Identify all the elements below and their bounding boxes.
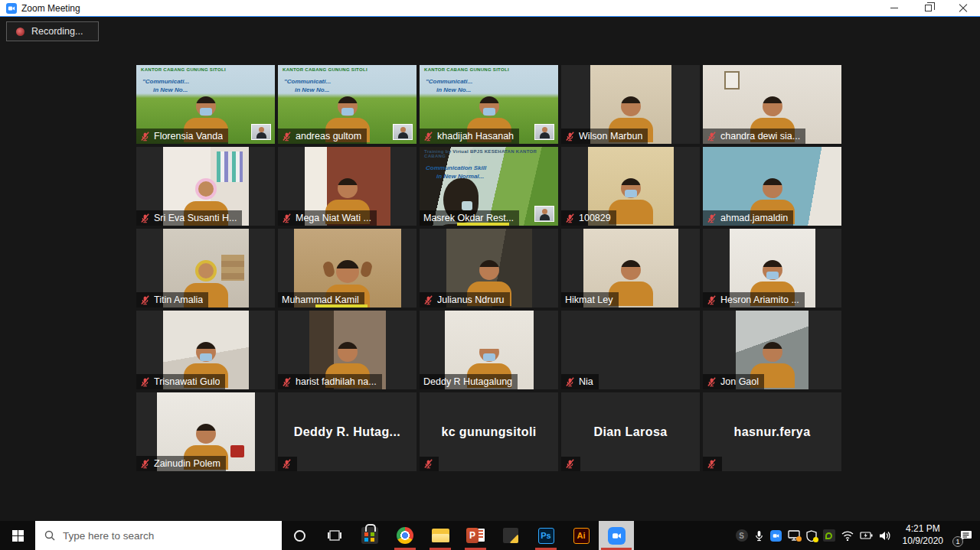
participant-tile[interactable]: Nia	[561, 311, 700, 389]
virtual-background-header: KANTOR CABANG GUNUNG SITOLI	[136, 65, 275, 72]
participant-name: Sri Eva Susanti H...	[154, 213, 237, 223]
minimize-button[interactable]	[877, 0, 911, 16]
virtual-background-line1: "Communicati...	[142, 78, 275, 85]
participant-tile[interactable]: chandra dewi sia...	[703, 65, 841, 144]
participant-tile[interactable]: Wilson Marbun	[561, 65, 700, 144]
chrome-button[interactable]	[387, 521, 423, 550]
participant-name-label: ahmad.jamaldin	[703, 210, 793, 226]
microsoft-store-button[interactable]	[352, 521, 387, 550]
search-input[interactable]	[63, 530, 254, 542]
muted-mic-icon	[707, 295, 717, 305]
participant-tile[interactable]: KANTOR CABANG GUNUNG SITOLI "Communicati…	[278, 65, 416, 144]
participant-tile[interactable]: Titin Amalia	[136, 229, 275, 308]
recording-dot-icon	[16, 28, 24, 36]
participant-tile[interactable]: Mega Niat Wati ...	[278, 147, 416, 226]
participant-tile[interactable]: Jon Gaol	[703, 311, 841, 389]
figure-head	[763, 96, 782, 116]
figure-head	[195, 260, 217, 282]
participant-name-label: Zainudin Polem	[136, 456, 226, 471]
taskbar-clock[interactable]: 4:21 PM 10/9/2020	[897, 521, 949, 550]
muted-mic-icon	[707, 132, 717, 142]
participant-tile[interactable]: Sri Eva Susanti H...	[136, 147, 275, 226]
microphone-tray-icon[interactable]	[754, 530, 764, 542]
participant-tile[interactable]: kc gunungsitoli	[420, 392, 558, 471]
zoom-app-button[interactable]	[599, 521, 634, 550]
virtual-background-header: KANTOR CABANG GUNUNG SITOLI	[278, 65, 416, 72]
muted-mic-icon	[707, 377, 717, 387]
participant-name-label: khadijah Hasanah	[420, 129, 519, 144]
close-button[interactable]	[946, 0, 980, 16]
presenter-pip-video	[534, 206, 554, 222]
skype-tray-icon[interactable]: S	[736, 529, 748, 542]
participant-tile[interactable]: Muhammad Kamil	[278, 229, 416, 308]
participant-name: Deddy R Hutagalung	[423, 376, 512, 387]
recording-indicator[interactable]: Recording...	[6, 21, 99, 41]
face-mask	[483, 353, 495, 361]
notification-badge: 1	[952, 536, 963, 547]
chrome-icon	[397, 527, 413, 544]
pip-figure-head	[542, 127, 547, 132]
notes-app-button[interactable]	[493, 521, 528, 550]
participant-name: andreas gultom	[296, 131, 361, 142]
participant-name-label: Wilson Marbun	[561, 129, 648, 144]
participant-tile[interactable]: Training by Virtual BPJS KESEHATAN KANTO…	[420, 147, 558, 226]
wifi-tray-icon[interactable]	[841, 531, 854, 541]
file-explorer-button[interactable]	[423, 521, 458, 550]
participant-tile[interactable]: Deddy R. Hutag...	[278, 392, 416, 471]
participant-center-name: kc gunungsitoli	[420, 392, 558, 471]
participant-name-label	[561, 457, 580, 471]
illustrator-button[interactable]: Ai	[564, 521, 599, 550]
participant-name: Julianus Ndruru	[437, 295, 505, 305]
cortana-button[interactable]	[282, 521, 317, 550]
figure-head	[338, 178, 358, 198]
participant-name-label: Deddy R Hutagalung	[420, 374, 518, 389]
participant-name-label: Jon Gaol	[703, 374, 764, 389]
participant-tile[interactable]: Deddy R Hutagalung	[420, 311, 558, 389]
participant-tile[interactable]: hasnur.ferya	[703, 392, 841, 471]
participant-tile[interactable]: KANTOR CABANG GUNUNG SITOLI "Communicati…	[420, 65, 558, 144]
figure-head	[621, 260, 641, 280]
participant-tile[interactable]: Hesron Ariamito ...	[703, 229, 841, 308]
zoom-app-icon	[608, 527, 626, 545]
participant-name: Muhammad Kamil	[282, 295, 359, 305]
taskbar-search[interactable]	[35, 521, 282, 550]
participant-name: Nia	[579, 376, 593, 387]
defender-shield-tray-icon[interactable]	[806, 530, 817, 542]
participant-name: chandra dewi sia...	[720, 131, 800, 142]
photoshop-button[interactable]: Ps	[528, 521, 564, 550]
participant-tile[interactable]: KANTOR CABANG GUNUNG SITOLI "Communicati…	[136, 65, 275, 144]
pip-figure-body	[540, 132, 550, 138]
speaker-tray-icon[interactable]	[879, 531, 890, 541]
participant-tile[interactable]: Trisnawati Gulo	[136, 311, 275, 389]
nvidia-tray-icon[interactable]	[823, 529, 835, 542]
participant-tile[interactable]: ahmad.jamaldin	[703, 147, 841, 226]
muted-mic-icon	[565, 377, 575, 387]
participant-name-label: Titin Amalia	[136, 292, 208, 308]
start-button[interactable]	[0, 521, 35, 550]
taskbar: P Ps Ai S	[0, 521, 980, 550]
window-controls	[877, 0, 980, 16]
muted-mic-icon	[707, 213, 717, 223]
participant-tile[interactable]: 100829	[561, 147, 700, 226]
participant-tile[interactable]: Zainudin Polem	[136, 392, 275, 471]
zoom-logo-icon	[6, 3, 17, 14]
participant-tile[interactable]: Julianus Ndruru	[420, 229, 558, 308]
participant-name: harist fadhilah na...	[296, 376, 377, 387]
participant-tile[interactable]: Dian Larosa	[561, 392, 700, 471]
display-share-tray-icon[interactable]	[788, 530, 800, 541]
participant-name-label: andreas gultom	[278, 129, 367, 144]
powerpoint-button[interactable]: P	[458, 521, 493, 550]
participant-center-name: hasnur.ferya	[703, 392, 841, 471]
battery-tray-icon[interactable]	[860, 531, 873, 540]
restore-button[interactable]	[911, 0, 946, 16]
participant-name: Trisnawati Gulo	[154, 376, 220, 387]
file-explorer-icon	[432, 529, 449, 542]
zoom-tray-icon[interactable]	[770, 530, 782, 542]
action-center-button[interactable]: 1	[956, 521, 975, 550]
window-titlebar: Zoom Meeting	[0, 0, 980, 17]
virtual-background-line1: "Communicati...	[426, 78, 558, 85]
participant-tile[interactable]: Hikmat Ley	[561, 229, 700, 308]
participant-tile[interactable]: harist fadhilah na...	[278, 311, 416, 389]
task-view-button[interactable]	[317, 521, 352, 550]
participant-name-label: chandra dewi sia...	[703, 129, 805, 144]
